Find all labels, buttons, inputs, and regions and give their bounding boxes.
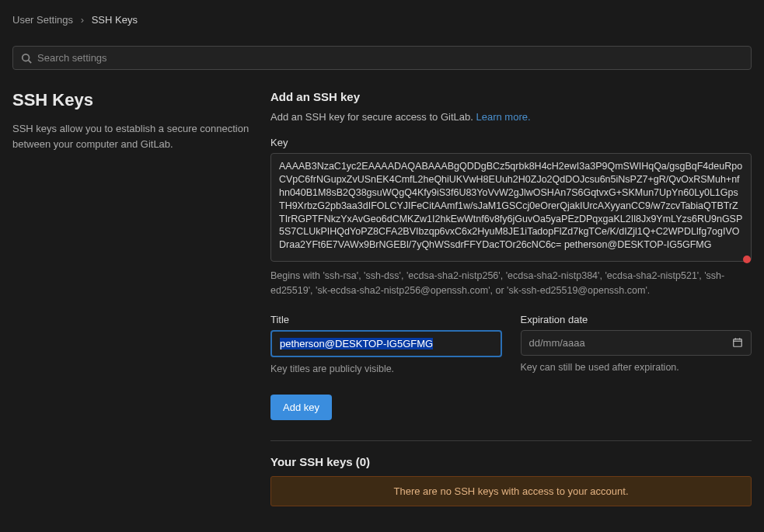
search-settings-box[interactable] [12,46,752,70]
expiration-helper-text: Key can still be used after expiration. [521,360,752,375]
add-key-button[interactable]: Add key [270,395,332,420]
expiration-label: Expiration date [521,314,752,325]
key-label: Key [270,137,752,148]
expiration-placeholder: dd/mm/aaaa [529,337,733,349]
svg-point-0 [23,54,30,61]
divider [270,440,752,441]
calendar-icon [732,337,743,348]
keys-list-heading: Your SSH keys (0) [270,455,752,468]
svg-rect-2 [734,339,742,347]
title-input[interactable] [270,330,502,357]
learn-more-link[interactable]: Learn more. [476,111,530,123]
key-helper-text: Begins with 'ssh-rsa', 'ssh-dss', 'ecdsa… [270,269,752,298]
svg-line-1 [29,60,32,63]
form-intro-text: Add an SSH key for secure access to GitL… [270,111,476,123]
search-input[interactable] [37,52,743,64]
breadcrumb-parent[interactable]: User Settings [12,14,73,26]
title-helper-text: Key titles are publicly visible. [270,362,502,377]
page-description: SSH keys allow you to establish a secure… [12,121,252,152]
sidebar: SSH Keys SSH keys allow you to establish… [12,90,252,506]
page-title: SSH Keys [12,90,252,110]
empty-keys-banner: There are no SSH keys with access to you… [270,476,752,506]
form-intro: Add an SSH key for secure access to GitL… [270,111,752,123]
content: Add an SSH key Add an SSH key for secure… [270,90,752,506]
title-label: Title [270,314,502,325]
breadcrumb-separator: › [81,14,84,26]
breadcrumb: User Settings › SSH Keys [0,0,764,32]
breadcrumb-current: SSH Keys [92,14,138,26]
search-icon [21,53,32,64]
key-textarea[interactable]: AAAAB3NzaC1yc2EAAAADAQABAAABgQDDgBCz5qrb… [270,153,752,262]
form-heading: Add an SSH key [270,90,752,103]
expiration-input[interactable]: dd/mm/aaaa [521,330,752,356]
